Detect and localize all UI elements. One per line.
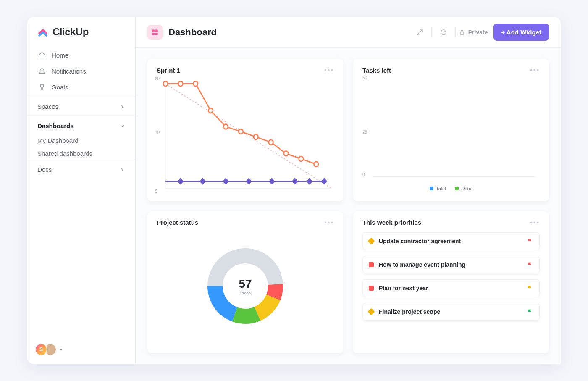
primary-nav: Home Notifications Goals [27, 45, 135, 97]
section-spaces-label: Spaces [37, 103, 58, 110]
y-tick: 50 [362, 76, 367, 80]
sidebar: ClickUp Home Notifications Goals [27, 17, 136, 364]
privacy-indicator[interactable]: Private [459, 29, 488, 36]
caret-down-icon[interactable]: ▾ [60, 347, 62, 352]
widget-title: Tasks left [362, 67, 391, 74]
brand-name: ClickUp [52, 26, 89, 38]
y-tick: 10 [155, 130, 160, 135]
svg-point-18 [314, 162, 319, 167]
brand: ClickUp [27, 26, 135, 45]
svg-rect-22 [223, 178, 229, 184]
widget-tasks-left: Tasks left ••• 50 25 0 Total Done [353, 59, 549, 201]
svg-rect-21 [200, 178, 206, 184]
svg-point-11 [208, 108, 213, 113]
y-tick: 0 [155, 189, 158, 194]
svg-point-14 [254, 134, 258, 139]
topbar: Dashboard Private + Add Widget [136, 17, 561, 48]
priority-item[interactable]: Update contractor agreement [362, 232, 540, 250]
nav-goals[interactable]: Goals [32, 79, 130, 95]
priority-label: Plan for next year [379, 285, 428, 292]
priority-list: Update contractor agreementHow to manage… [362, 232, 540, 346]
svg-point-9 [178, 81, 183, 87]
svg-point-13 [239, 129, 243, 134]
add-widget-button[interactable]: + Add Widget [494, 24, 549, 41]
chevron-right-icon [119, 167, 125, 173]
section-dashboards[interactable]: Dashboards [27, 116, 135, 135]
nav-home[interactable]: Home [32, 47, 130, 63]
subnav-my-dashboard[interactable]: My Dashboard [37, 137, 125, 144]
chevron-down-icon [119, 123, 125, 129]
priority-label: Finalize project scope [379, 308, 440, 315]
svg-point-16 [284, 151, 289, 156]
page-title: Dashboard [168, 27, 217, 38]
svg-rect-4 [460, 32, 464, 34]
svg-rect-2 [152, 32, 155, 35]
bell-icon [38, 67, 46, 75]
widget-more-button[interactable]: ••• [530, 66, 540, 74]
dashboards-subnav: My Dashboard Shared dashboards [27, 135, 135, 160]
divider [431, 27, 432, 37]
flag-icon [527, 238, 533, 244]
avatar: S [35, 343, 47, 356]
svg-rect-23 [246, 178, 252, 184]
svg-point-10 [194, 81, 198, 87]
priority-item[interactable]: How to manage event planning [362, 256, 540, 273]
sprint-chart: 20 10 0 [157, 76, 334, 194]
nav-home-label: Home [52, 52, 68, 59]
avatar-stack[interactable]: S [35, 343, 57, 356]
clickup-logo-icon [37, 26, 48, 37]
y-tick: 0 [362, 172, 365, 177]
priority-bullet-icon [368, 308, 375, 315]
svg-rect-26 [307, 178, 313, 184]
svg-rect-25 [292, 178, 298, 184]
priority-item[interactable]: Plan for next year [362, 279, 540, 297]
svg-rect-1 [155, 29, 158, 32]
y-tick: 25 [362, 130, 367, 134]
priority-bullet-icon [369, 262, 374, 267]
svg-rect-27 [321, 178, 327, 184]
sprint-chart-svg [157, 76, 334, 194]
svg-rect-24 [269, 178, 275, 184]
widget-more-button[interactable]: ••• [324, 219, 334, 226]
widget-sprint: Sprint 1 ••• 20 10 0 [147, 59, 343, 201]
priority-bullet-icon [369, 286, 374, 291]
tasks-left-chart: 50 25 0 Total Done [362, 76, 540, 194]
flag-icon [527, 285, 533, 292]
app-window: ClickUp Home Notifications Goals [27, 17, 561, 364]
svg-line-7 [165, 84, 332, 188]
widget-more-button[interactable]: ••• [530, 219, 540, 226]
svg-rect-3 [155, 32, 158, 35]
widget-title: Project status [157, 219, 198, 226]
chart-legend: Total Done [362, 186, 540, 191]
section-dashboards-label: Dashboards [37, 122, 74, 129]
dashboard-icon [147, 25, 163, 40]
widget-priorities: This week priorities ••• Update contract… [353, 211, 549, 354]
divider [455, 27, 456, 37]
section-spaces[interactable]: Spaces [27, 97, 135, 116]
subnav-shared-dashboards[interactable]: Shared dashboards [37, 150, 125, 157]
priority-label: How to manage event planning [379, 261, 465, 268]
y-tick: 20 [155, 76, 160, 81]
flag-icon [527, 308, 533, 315]
refresh-icon [440, 29, 447, 36]
priority-item[interactable]: Finalize project scope [362, 303, 540, 321]
svg-point-17 [299, 156, 304, 161]
section-docs[interactable]: Docs [27, 160, 135, 179]
chevron-right-icon [119, 104, 125, 110]
nav-goals-label: Goals [52, 84, 68, 91]
widget-more-button[interactable]: ••• [324, 66, 334, 74]
expand-button[interactable] [414, 26, 425, 38]
nav-notifications[interactable]: Notifications [32, 63, 130, 79]
widget-title: Sprint 1 [157, 67, 180, 74]
refresh-button[interactable] [438, 26, 449, 38]
svg-point-12 [223, 124, 228, 129]
svg-rect-20 [178, 178, 184, 184]
donut-slice [207, 286, 237, 321]
main: Dashboard Private + Add Widget Sprint 1 … [136, 17, 561, 364]
dashboard-grid: Sprint 1 ••• 20 10 0 [136, 48, 561, 364]
widget-title: This week priorities [362, 219, 421, 226]
widget-project-status: Project status ••• 57 Tasks [147, 211, 343, 354]
flag-icon [527, 261, 533, 268]
expand-icon [416, 29, 423, 36]
svg-point-8 [163, 81, 168, 87]
